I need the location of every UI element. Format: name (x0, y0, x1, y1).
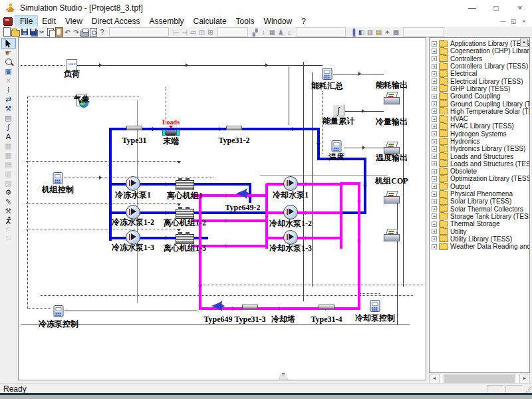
expand-icon[interactable]: + (432, 108, 437, 114)
pipe-icon[interactable] (126, 126, 142, 130)
tree-item[interactable]: +Storage Tank Library (TESS) (430, 213, 529, 220)
expand-icon[interactable]: + (432, 56, 437, 61)
tree-item[interactable]: +HVAC (430, 115, 529, 122)
menu-item-direct-access[interactable]: Direct Access (87, 16, 145, 27)
cut-button[interactable]: ✂ (37, 27, 46, 37)
signal-link[interactable] (397, 200, 398, 325)
calc-icon[interactable] (332, 140, 342, 152)
pipe-link[interactable] (192, 183, 251, 186)
pump-icon[interactable] (126, 176, 140, 191)
pipe-link[interactable] (267, 211, 342, 214)
new-button[interactable] (3, 27, 11, 37)
print-button[interactable] (80, 27, 89, 37)
expand-icon[interactable]: + (432, 41, 437, 47)
fan-icon[interactable] (211, 300, 225, 312)
print-preview-button[interactable] (89, 27, 98, 37)
signal-link[interactable] (27, 96, 28, 308)
signal-link[interactable] (41, 295, 413, 296)
menu-item-assembly[interactable]: Assembly (145, 16, 189, 27)
select-tool[interactable] (2, 39, 15, 48)
calc-icon[interactable] (370, 300, 380, 312)
pipe-link[interactable] (267, 183, 342, 186)
expand-icon[interactable]: + (432, 206, 437, 211)
tree-item[interactable]: +Hydronics (430, 138, 529, 145)
zoom-tool[interactable] (2, 57, 15, 66)
tree-item[interactable]: +Controllers (430, 55, 529, 63)
help-button[interactable]: ? (98, 27, 106, 37)
tree-item[interactable]: +Hydronics Library (TESS) (430, 145, 529, 152)
signal-link[interactable] (137, 100, 138, 303)
flag-tool-2[interactable]: ⚐ (2, 234, 15, 243)
pump-icon[interactable] (283, 230, 298, 245)
tree-item[interactable]: +HVAC Library (TESS) (430, 122, 529, 130)
document-icon[interactable] (3, 17, 13, 26)
mdi-close-button[interactable]: × (519, 17, 529, 26)
scroll-right-button[interactable]: ▸ (519, 374, 530, 384)
expand-icon[interactable]: + (432, 184, 437, 189)
open-button[interactable] (11, 27, 20, 37)
pipe-icon[interactable] (226, 126, 242, 130)
tower-icon[interactable] (276, 374, 291, 380)
tree-item[interactable]: +Output (430, 183, 529, 190)
menu-item-file[interactable]: File (15, 16, 37, 27)
menu-item-?[interactable]: ? (297, 16, 311, 27)
expand-icon[interactable]: + (432, 49, 437, 54)
link-tool[interactable]: ʃ (2, 122, 15, 132)
tree-item[interactable]: +Controllers Library (TESS) (430, 63, 529, 70)
scrollbar-thumb[interactable] (444, 374, 515, 383)
text-tool[interactable]: A (2, 132, 15, 141)
branch-button[interactable]: ▞ (251, 27, 259, 37)
fit-horizontal-button[interactable]: ⊢ (172, 27, 180, 37)
split-view-button[interactable]: ◫ (198, 27, 206, 37)
move-down-button[interactable]: ↓ (259, 27, 268, 37)
duplicate-tool[interactable]: ▤ (2, 113, 15, 122)
expand-icon[interactable]: + (432, 244, 437, 249)
flag-tool-1[interactable]: ⚐ (2, 225, 15, 234)
paste-button[interactable] (55, 27, 63, 37)
menu-item-calculate[interactable]: Calculate (189, 16, 231, 27)
scroll-left-button[interactable]: ◂ (429, 374, 440, 384)
integral-icon[interactable]: ∫ (332, 104, 344, 116)
tree-item[interactable]: +Hydrogen Systems (430, 130, 529, 138)
terminal-icon[interactable] (162, 130, 180, 136)
expand-icon[interactable]: + (432, 154, 437, 159)
signal-link[interactable] (26, 229, 179, 229)
pump-icon[interactable] (283, 205, 298, 219)
signal-link[interactable] (166, 87, 166, 123)
show-grid-button[interactable]: ▥ (366, 27, 374, 37)
arrange-tool[interactable]: ▨ (2, 178, 15, 188)
pipe-link[interactable] (192, 194, 268, 197)
signal-link[interactable] (345, 111, 384, 112)
expand-icon[interactable]: + (432, 199, 437, 204)
pan-tool[interactable]: ☛ (2, 48, 15, 57)
signal-link[interactable] (21, 325, 410, 325)
fit-vertical-button[interactable]: ⊣ (180, 27, 189, 37)
tree-item[interactable]: +Applications Library (TESS) (430, 40, 529, 47)
table-button[interactable]: ▦ (268, 27, 277, 37)
expand-icon[interactable]: + (432, 64, 437, 69)
menu-item-view[interactable]: View (61, 16, 87, 27)
copy-button[interactable] (46, 27, 55, 37)
tree-item[interactable]: +Loads and Structures (430, 152, 529, 160)
signal-link[interactable] (260, 175, 388, 176)
printer-icon[interactable] (384, 191, 400, 203)
signal-link[interactable] (312, 72, 313, 287)
show-output-button[interactable]: ▤ (374, 27, 383, 37)
tree-item[interactable]: +GHP Library (TESS) (430, 85, 529, 92)
info-tool[interactable]: i (2, 85, 15, 94)
tree-item[interactable]: +Utility Library (TESS) (430, 235, 529, 243)
printer-icon[interactable] (384, 92, 400, 104)
component-button[interactable]: ♟ (277, 27, 285, 37)
pipe-link[interactable] (340, 182, 360, 185)
scrollbar-track[interactable] (440, 374, 519, 383)
signal-link[interactable] (303, 62, 304, 301)
signal-link[interactable] (76, 65, 323, 66)
tree-item[interactable]: +Obsolete (430, 168, 529, 175)
expand-icon[interactable]: + (432, 124, 437, 129)
cascade-tool[interactable]: ▥ (2, 169, 15, 178)
expand-icon[interactable]: + (432, 169, 437, 174)
save-all-button[interactable] (29, 27, 37, 37)
parameter-tool[interactable]: ⚒ (2, 104, 15, 113)
zoom-box-button[interactable]: ▭ (189, 27, 198, 37)
panel-scroll-up-button[interactable]: ▲ (520, 39, 528, 47)
